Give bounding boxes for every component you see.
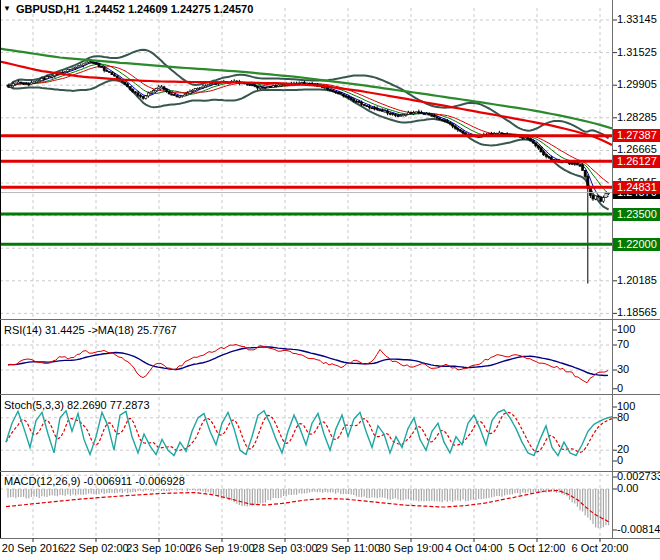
macd-tick-label: -0.008146: [617, 523, 660, 535]
price-badge-resistance: 1.24831: [613, 181, 660, 194]
panel-splitter[interactable]: [0, 391, 660, 395]
price-tick-label: 1.26665: [617, 143, 657, 155]
rsi-tick-label: 30: [617, 363, 629, 375]
price-badge-resistance: 1.27387: [613, 129, 660, 142]
chevron-down-icon[interactable]: ▼: [3, 4, 11, 14]
price-tick-label: 1.20185: [617, 274, 657, 286]
ohlc-values: 1.24452 1.24609 1.24275 1.24570: [85, 3, 253, 15]
price-tick-label: 1.33145: [617, 13, 657, 25]
price-badge-resistance: 1.26127: [613, 155, 660, 168]
rsi-tick-label: 70: [617, 338, 629, 350]
panel-splitter[interactable]: [0, 317, 660, 321]
stoch-tick-label: 0: [617, 454, 623, 466]
macd-indicator-label: MACD(12,26,9) -0.006911 -0.006928: [4, 475, 185, 487]
price-tick-label: 1.31525: [617, 46, 657, 58]
trading-terminal-window: ▼ GBPUSD,H1 1.24452 1.24609 1.24275 1.24…: [0, 0, 660, 560]
price-tick-label: 1.29905: [617, 78, 657, 90]
time-tick-label: 6 Oct 20:00: [552, 542, 648, 554]
price-badge-support: 1.22000: [613, 238, 660, 251]
chart-title-bar: ▼ GBPUSD,H1 1.24452 1.24609 1.24275 1.24…: [3, 3, 253, 15]
stoch-tick-label: 80: [617, 411, 629, 423]
panel-splitter[interactable]: [0, 468, 660, 472]
macd-tick-label: 0.00: [617, 482, 638, 494]
price-tick-label: 1.28285: [617, 111, 657, 123]
stoch-indicator-label: Stoch(5,3,3) 82.2690 77.2873: [4, 399, 150, 411]
rsi-tick-label: 100: [617, 323, 635, 335]
rsi-indicator-label: RSI(14) 31.4425 ->MA(18) 25.7767: [4, 324, 177, 336]
symbol-period-label: GBPUSD,H1: [16, 3, 80, 15]
price-badge-support: 1.23500: [613, 208, 660, 221]
